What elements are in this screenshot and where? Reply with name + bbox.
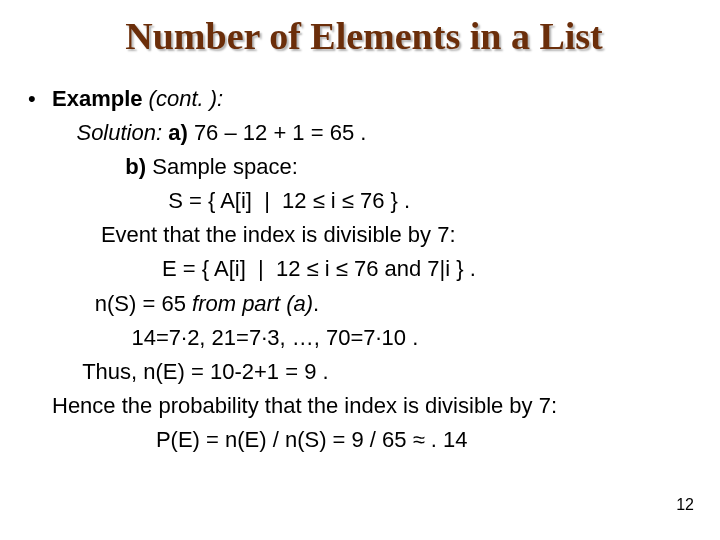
indent bbox=[52, 325, 131, 350]
example-label: Example bbox=[52, 86, 143, 111]
ns-prefix: n(S) = 65 bbox=[95, 291, 192, 316]
slide-title: Number of Elements in a List bbox=[28, 14, 700, 58]
pe-line: P(E) = n(E) / n(S) = 9 / 65 ≈ . 14 bbox=[52, 423, 557, 457]
indent bbox=[52, 427, 156, 452]
part-b-text: Sample space: bbox=[152, 154, 298, 179]
ne-text: Thus, n(E) = 10-2+1 = 9 . bbox=[82, 359, 328, 384]
mults-line: 14=7·2, 21=7·3, …, 70=7·10 . bbox=[52, 321, 557, 355]
event-text: Event that the index is divisible by 7: bbox=[101, 222, 456, 247]
hence-text: Hence the probability that the index is … bbox=[52, 393, 557, 418]
indent bbox=[52, 256, 162, 281]
indent bbox=[52, 222, 101, 247]
bullet-item: • Example (cont. ): Solution: a) 76 – 12… bbox=[28, 82, 700, 457]
page-number: 12 bbox=[676, 496, 694, 514]
s-def-line: S = { A[i] | 12 ≤ i ≤ 76 } . bbox=[52, 184, 557, 218]
part-a-label: a) bbox=[162, 120, 194, 145]
e-def-line: E = { A[i] | 12 ≤ i ≤ 76 and 7|i } . bbox=[52, 252, 557, 286]
part-a-expr: 76 – 12 + 1 = 65 . bbox=[194, 120, 366, 145]
slide-body: • Example (cont. ): Solution: a) 76 – 12… bbox=[28, 82, 700, 457]
bullet-dot: • bbox=[28, 82, 52, 457]
slide: Number of Elements in a List • Example (… bbox=[0, 0, 720, 540]
mults: 14=7·2, 21=7·3, …, 70=7·10 . bbox=[131, 325, 418, 350]
example-cont: (cont. ): bbox=[143, 86, 224, 111]
indent bbox=[52, 120, 76, 145]
bullet-content: Example (cont. ): Solution: a) 76 – 12 +… bbox=[52, 82, 557, 457]
ns-dot: . bbox=[313, 291, 319, 316]
solution-label: Solution: bbox=[76, 120, 162, 145]
ns-from: from part (a) bbox=[192, 291, 313, 316]
part-b-label: b) bbox=[125, 154, 152, 179]
hence-line: Hence the probability that the index is … bbox=[52, 389, 557, 423]
s-def: S = { A[i] | 12 ≤ i ≤ 76 } . bbox=[168, 188, 410, 213]
indent bbox=[52, 188, 168, 213]
ne-line: Thus, n(E) = 10-2+1 = 9 . bbox=[52, 355, 557, 389]
part-b-line: b) Sample space: bbox=[52, 150, 557, 184]
indent bbox=[52, 291, 95, 316]
solution-a-line: Solution: a) 76 – 12 + 1 = 65 . bbox=[52, 116, 557, 150]
e-def: E = { A[i] | 12 ≤ i ≤ 76 and 7|i } . bbox=[162, 256, 476, 281]
event-line: Event that the index is divisible by 7: bbox=[52, 218, 557, 252]
indent bbox=[52, 154, 125, 179]
indent bbox=[52, 359, 82, 384]
pe-text: P(E) = n(E) / n(S) = 9 / 65 ≈ . 14 bbox=[156, 427, 468, 452]
example-line: Example (cont. ): bbox=[52, 82, 557, 116]
ns-line: n(S) = 65 from part (a). bbox=[52, 287, 557, 321]
